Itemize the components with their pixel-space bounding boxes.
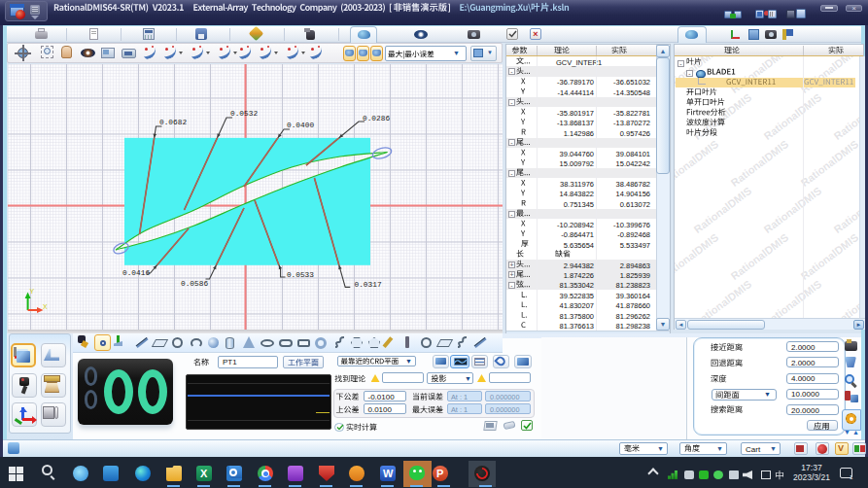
svg-text:0.0317: 0.0317: [355, 281, 382, 289]
svg-text:0.0586: 0.0586: [181, 280, 208, 288]
svg-text:0.0533: 0.0533: [287, 271, 314, 279]
svg-text:Y: Y: [30, 288, 35, 295]
svg-text:0.0400: 0.0400: [287, 122, 314, 129]
svg-text:0.0416: 0.0416: [122, 269, 150, 277]
svg-text:0.0532: 0.0532: [230, 110, 258, 118]
svg-text:0.0286: 0.0286: [363, 115, 390, 122]
svg-text:X: X: [43, 303, 48, 310]
svg-text:0.0682: 0.0682: [159, 119, 187, 126]
